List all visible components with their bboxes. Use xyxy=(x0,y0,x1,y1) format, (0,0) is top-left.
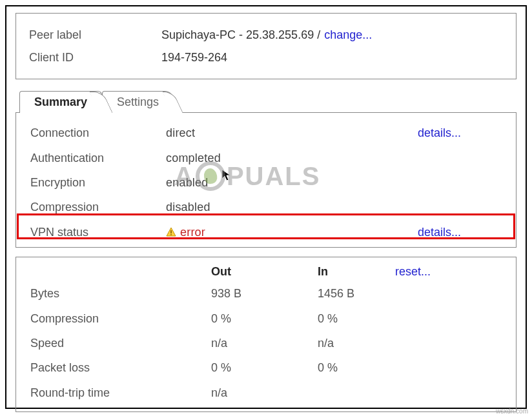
speed-out: n/a xyxy=(211,333,318,353)
vpn-status-value: error xyxy=(180,222,205,243)
connection-row: Connection direct details... xyxy=(16,121,516,145)
bytes-label: Bytes xyxy=(30,283,211,304)
stats-compression-row: Compression 0 % 0 % xyxy=(16,306,516,331)
bytes-row: Bytes 938 B 1456 B xyxy=(16,281,516,306)
source-footer: wsxdn.com xyxy=(496,408,528,415)
compression-row: Compression disabled xyxy=(16,195,516,219)
client-id-caption: Client ID xyxy=(29,48,161,68)
compression-label: Compression xyxy=(30,197,166,217)
speed-label: Speed xyxy=(30,333,211,353)
svg-rect-0 xyxy=(170,230,172,233)
bytes-out: 938 B xyxy=(211,283,318,304)
packet-loss-label: Packet loss xyxy=(30,357,211,378)
rtt-row: Round-trip time n/a xyxy=(16,381,516,405)
rtt-label: Round-trip time xyxy=(30,382,211,403)
connection-details-link[interactable]: details... xyxy=(418,123,502,143)
stats-col-blank xyxy=(30,265,211,279)
speed-in: n/a xyxy=(318,333,395,353)
stats-panel: Out In reset... Bytes 938 B 1456 B Compr… xyxy=(15,257,517,412)
stats-col-out: Out xyxy=(211,265,318,279)
speed-row: Speed n/a n/a xyxy=(16,331,516,355)
peer-info-box: Peer label Supichaya-PC - 25.38.255.69 /… xyxy=(15,13,517,79)
encryption-value: enabled xyxy=(166,172,418,193)
main-panel: Peer label Supichaya-PC - 25.38.255.69 /… xyxy=(5,5,527,409)
bytes-in: 1456 B xyxy=(318,283,395,304)
vpn-status-value-wrap: error xyxy=(166,222,418,243)
svg-rect-1 xyxy=(170,234,172,235)
summary-panel: Connection direct details... Authenticat… xyxy=(15,112,517,248)
auth-value: completed xyxy=(166,148,418,168)
encryption-label: Encryption xyxy=(30,172,166,193)
tabs: Summary Settings xyxy=(19,91,517,113)
change-link[interactable]: change... xyxy=(324,25,372,45)
warning-icon xyxy=(166,227,176,237)
vpn-status-label: VPN status xyxy=(30,222,166,243)
tabs-container: Summary Settings Connection direct detai… xyxy=(15,91,517,248)
tab-settings[interactable]: Settings xyxy=(102,91,174,113)
stats-compression-label: Compression xyxy=(30,308,211,329)
rtt-in xyxy=(318,382,395,403)
client-id-row: Client ID 194-759-264 xyxy=(29,48,503,68)
connection-value: direct xyxy=(166,123,418,143)
stats-compression-out: 0 % xyxy=(211,308,318,329)
tab-summary[interactable]: Summary xyxy=(19,91,102,113)
client-id-value: 194-759-264 xyxy=(161,48,503,68)
peer-label-row: Peer label Supichaya-PC - 25.38.255.69 /… xyxy=(29,25,503,45)
mouse-cursor-icon xyxy=(221,168,232,181)
rtt-out: n/a xyxy=(211,382,318,403)
vpn-status-row: VPN status error details... xyxy=(16,220,516,244)
packet-loss-out: 0 % xyxy=(211,357,318,378)
peer-label-caption: Peer label xyxy=(29,25,161,45)
vpn-details-link[interactable]: details... xyxy=(418,222,502,243)
stats-col-in: In xyxy=(318,265,395,279)
stats-compression-in: 0 % xyxy=(318,308,395,329)
stats-header: Out In reset... xyxy=(16,260,516,281)
auth-row: Authentication completed xyxy=(16,146,516,170)
compression-value: disabled xyxy=(166,197,418,217)
packet-loss-in: 0 % xyxy=(318,357,395,378)
connection-label: Connection xyxy=(30,123,166,143)
peer-label-value-wrap: Supichaya-PC - 25.38.255.69 / change... xyxy=(161,25,503,45)
packet-loss-row: Packet loss 0 % 0 % xyxy=(16,355,516,380)
encryption-row: Encryption enabled xyxy=(16,170,516,195)
auth-label: Authentication xyxy=(30,148,166,168)
peer-label-value: Supichaya-PC - 25.38.255.69 / xyxy=(161,25,320,45)
reset-link[interactable]: reset... xyxy=(395,265,502,279)
